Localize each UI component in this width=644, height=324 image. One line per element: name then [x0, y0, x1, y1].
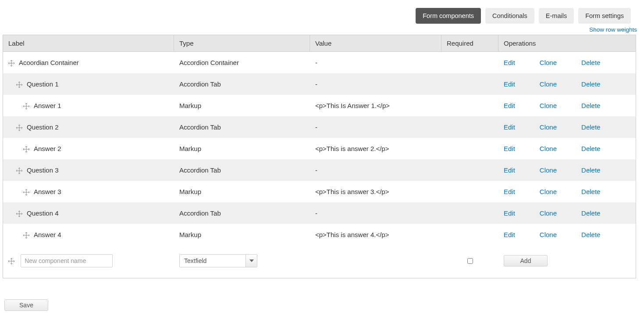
- row-value: <p>This is answer 3.</p>: [310, 181, 441, 202]
- clone-link[interactable]: Clone: [540, 209, 557, 217]
- drag-handle-icon[interactable]: [16, 125, 22, 131]
- row-operations: EditCloneDelete: [498, 159, 636, 181]
- row-required: [441, 73, 498, 95]
- delete-link[interactable]: Delete: [581, 102, 600, 109]
- drag-handle-icon[interactable]: [16, 168, 22, 174]
- row-operations: EditCloneDelete: [498, 202, 636, 224]
- clone-link[interactable]: Clone: [540, 166, 557, 174]
- drag-handle-icon[interactable]: [16, 82, 22, 88]
- edit-link[interactable]: Edit: [504, 209, 515, 217]
- row-operations: EditCloneDelete: [498, 95, 636, 116]
- edit-link[interactable]: Edit: [504, 102, 515, 109]
- row-value: <p>This is answer 4.</p>: [310, 224, 441, 245]
- column-header-required: Required: [441, 35, 498, 52]
- row-label: Question 3: [27, 166, 59, 174]
- delete-link[interactable]: Delete: [581, 80, 600, 88]
- row-type: Accordion Container: [174, 52, 310, 73]
- row-label: Answer 4: [34, 231, 61, 238]
- row-type: Accordion Tab: [174, 202, 310, 224]
- row-operations: EditCloneDelete: [498, 116, 636, 138]
- new-component-required-checkbox[interactable]: [467, 258, 473, 264]
- row-required: [441, 138, 498, 159]
- clone-link[interactable]: Clone: [540, 123, 557, 131]
- row-value: <p>This is answer 2.</p>: [310, 138, 441, 159]
- delete-link[interactable]: Delete: [581, 209, 600, 217]
- save-button[interactable]: Save: [4, 299, 48, 311]
- tab-emails[interactable]: E-mails: [539, 8, 574, 24]
- drag-handle-icon[interactable]: [23, 189, 29, 195]
- clone-link[interactable]: Clone: [540, 145, 557, 152]
- row-type: Accordion Tab: [174, 159, 310, 181]
- chevron-down-icon[interactable]: [246, 255, 257, 267]
- drag-handle-icon[interactable]: [8, 60, 14, 66]
- edit-link[interactable]: Edit: [504, 59, 515, 66]
- row-required: [441, 181, 498, 202]
- row-label: Answer 1: [34, 102, 61, 109]
- row-value: <p>This Is Answer 1.</p>: [310, 95, 441, 116]
- row-operations: EditCloneDelete: [498, 224, 636, 245]
- row-label: Answer 3: [34, 188, 61, 195]
- row-type: Markup: [174, 138, 310, 159]
- edit-link[interactable]: Edit: [504, 145, 515, 152]
- drag-handle-icon[interactable]: [23, 232, 29, 238]
- column-header-operations: Operations: [498, 35, 636, 52]
- table-row: Answer 2Markup<p>This is answer 2.</p>Ed…: [3, 138, 636, 159]
- row-value: -: [310, 52, 441, 73]
- row-operations: EditCloneDelete: [498, 73, 636, 95]
- add-button[interactable]: Add: [504, 255, 548, 266]
- drag-handle-icon[interactable]: [8, 258, 14, 264]
- row-required: [441, 159, 498, 181]
- edit-link[interactable]: Edit: [504, 231, 515, 238]
- edit-link[interactable]: Edit: [504, 80, 515, 88]
- delete-link[interactable]: Delete: [581, 231, 600, 238]
- drag-handle-icon[interactable]: [23, 146, 29, 152]
- row-label: Question 1: [27, 80, 59, 88]
- table-row: Answer 3Markup<p>This is answer 3.</p>Ed…: [3, 181, 636, 202]
- edit-link[interactable]: Edit: [504, 188, 515, 195]
- row-value: -: [310, 73, 441, 95]
- row-value: -: [310, 159, 441, 181]
- delete-link[interactable]: Delete: [581, 123, 600, 131]
- show-row-weights-link[interactable]: Show row weights: [589, 26, 637, 33]
- new-component-name-input[interactable]: [21, 254, 113, 267]
- table-row: Answer 1Markup<p>This Is Answer 1.</p>Ed…: [3, 95, 636, 116]
- clone-link[interactable]: Clone: [540, 188, 557, 195]
- table-row: Question 2Accordion Tab-EditCloneDelete: [3, 116, 636, 138]
- tab-form-settings[interactable]: Form settings: [578, 8, 631, 24]
- clone-link[interactable]: Clone: [540, 102, 557, 109]
- edit-link[interactable]: Edit: [504, 166, 515, 174]
- tab-conditionals[interactable]: Conditionals: [485, 8, 534, 24]
- row-operations: EditCloneDelete: [498, 138, 636, 159]
- row-operations: EditCloneDelete: [498, 52, 636, 73]
- row-required: [441, 52, 498, 73]
- select-value: Textfield: [180, 256, 246, 266]
- components-table: Label Type Value Required Operations Aco…: [3, 35, 636, 278]
- clone-link[interactable]: Clone: [540, 231, 557, 238]
- drag-handle-icon[interactable]: [16, 211, 22, 217]
- new-component-type-select[interactable]: Textfield: [179, 254, 257, 267]
- row-required: [441, 224, 498, 245]
- new-component-row: Textfield Add: [3, 245, 636, 278]
- row-label: Question 4: [27, 209, 59, 217]
- delete-link[interactable]: Delete: [581, 59, 600, 66]
- delete-link[interactable]: Delete: [581, 166, 600, 174]
- clone-link[interactable]: Clone: [540, 80, 557, 88]
- delete-link[interactable]: Delete: [581, 188, 600, 195]
- table-row: Answer 4Markup<p>This is answer 4.</p>Ed…: [3, 224, 636, 245]
- row-label: Question 2: [27, 123, 59, 131]
- tab-form-components[interactable]: Form components: [416, 8, 481, 24]
- row-type: Markup: [174, 95, 310, 116]
- row-required: [441, 202, 498, 224]
- row-type: Markup: [174, 181, 310, 202]
- row-required: [441, 116, 498, 138]
- row-value: -: [310, 116, 441, 138]
- table-row: Question 3Accordion Tab-EditCloneDelete: [3, 159, 636, 181]
- drag-handle-icon[interactable]: [23, 103, 29, 109]
- row-required: [441, 95, 498, 116]
- clone-link[interactable]: Clone: [540, 59, 557, 66]
- row-type: Accordion Tab: [174, 116, 310, 138]
- column-header-label: Label: [3, 35, 174, 52]
- edit-link[interactable]: Edit: [504, 123, 515, 131]
- row-label: Answer 2: [34, 145, 61, 152]
- delete-link[interactable]: Delete: [581, 145, 600, 152]
